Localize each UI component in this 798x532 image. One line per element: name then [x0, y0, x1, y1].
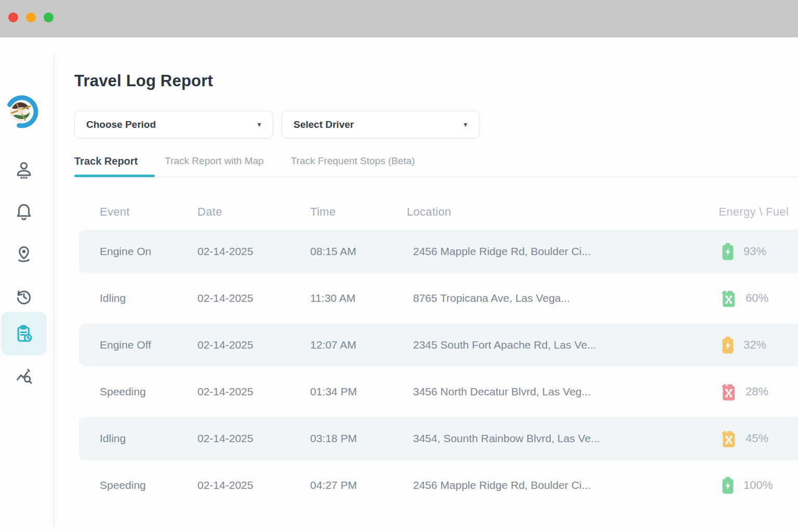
sidebar-item-travel-log[interactable]	[1, 312, 47, 355]
table-row[interactable]: Idling02-14-202503:18 PM3454, Sounth Rai…	[79, 417, 798, 460]
cell-energy-fuel: 93%	[721, 230, 766, 273]
cell-date: 02-14-2025	[197, 277, 253, 320]
cell-time: 04:27 PM	[310, 464, 357, 507]
cell-event: Engine Off	[100, 324, 151, 366]
column-header-location: Location	[407, 203, 451, 221]
cell-time: 11:30 AM	[310, 277, 355, 320]
app-logo	[3, 92, 42, 132]
column-header-energy-fuel: Energy \ Fuel	[719, 203, 789, 221]
table-row[interactable]: Speeding02-14-202501:34 PM3456 North Dec…	[79, 370, 798, 413]
energy-level-value: 32%	[743, 338, 766, 352]
energy-level-value: 100%	[743, 478, 773, 492]
table-row[interactable]: Idling02-14-202511:30 AM8765 Tropicana A…	[79, 277, 798, 320]
table-row[interactable]: Engine On02-14-202508:15 AM2456 Mapple R…	[79, 230, 798, 273]
cell-event: Speeding	[100, 464, 146, 507]
column-header-event: Event	[100, 203, 130, 221]
table-row[interactable]: Engine Off02-14-202512:07 AM2345 South F…	[79, 324, 798, 366]
tab-track-report-with-map[interactable]: Track Report with Map	[165, 153, 263, 177]
battery-icon	[721, 477, 735, 494]
report-tabs: Track Report Track Report with Map Track…	[74, 153, 415, 177]
energy-level-value: 60%	[746, 291, 768, 305]
active-tab-underline	[74, 175, 155, 177]
cell-location: 3454, Sounth Rainbow Blvrd, Las Ve...	[413, 417, 600, 460]
cell-time: 03:18 PM	[310, 417, 357, 460]
battery-icon	[721, 243, 735, 260]
cell-event: Idling	[100, 417, 126, 460]
history-icon	[14, 287, 34, 307]
chevron-down-icon: ▼	[256, 121, 262, 128]
sidebar-item-history[interactable]	[0, 280, 48, 314]
cell-event: Speeding	[100, 370, 146, 413]
chevron-down-icon: ▼	[462, 121, 469, 128]
battery-icon	[721, 337, 735, 354]
bell-icon	[14, 202, 34, 221]
select-driver-label: Select Driver	[294, 119, 354, 130]
cell-event: Engine On	[100, 230, 151, 273]
select-driver-dropdown[interactable]: Select Driver ▼	[282, 111, 480, 138]
column-header-time: Time	[310, 203, 336, 221]
sidebar-item-notifications[interactable]	[0, 194, 48, 229]
travel-log-clipboard-icon	[14, 323, 34, 344]
column-header-date: Date	[197, 203, 222, 221]
sidebar-item-analytics[interactable]	[0, 358, 48, 393]
sidebar-divider	[54, 55, 55, 527]
analytics-search-icon	[14, 366, 34, 385]
energy-level-value: 93%	[743, 245, 766, 258]
minimize-window-button[interactable]	[26, 12, 36, 22]
cell-location: 2456 Mapple Ridge Rd, Boulder Ci...	[413, 230, 591, 273]
globe-logo-icon	[3, 92, 42, 132]
cell-energy-fuel: 32%	[721, 324, 766, 366]
cell-date: 02-14-2025	[197, 464, 253, 507]
fuel-can-icon	[721, 290, 737, 307]
cell-energy-fuel: 45%	[721, 417, 768, 460]
sidebar	[0, 37, 54, 532]
fuel-can-icon	[721, 430, 737, 447]
energy-level-value: 45%	[746, 432, 768, 445]
location-pin-icon	[14, 244, 34, 264]
cell-location: 8765 Tropicana Ave, Las Vega...	[413, 277, 570, 320]
tab-track-report[interactable]: Track Report	[74, 153, 138, 177]
cell-location: 2345 South Fort Apache Rd, Las Ve...	[413, 324, 596, 366]
cell-energy-fuel: 60%	[721, 277, 768, 320]
cell-event: Idling	[100, 277, 126, 320]
tab-track-frequent-stops[interactable]: Track Frequent Stops (Beta)	[291, 153, 415, 177]
energy-level-value: 28%	[746, 385, 768, 398]
table-row[interactable]: Speeding02-14-202504:27 PM2456 Mapple Ri…	[79, 464, 798, 507]
cell-time: 08:15 AM	[310, 230, 356, 273]
cell-date: 02-14-2025	[197, 370, 253, 413]
cell-date: 02-14-2025	[197, 417, 253, 460]
cell-energy-fuel: 100%	[721, 464, 773, 507]
tabs-baseline	[74, 176, 798, 177]
page-title: Travel Log Report	[74, 72, 213, 90]
cell-date: 02-14-2025	[197, 324, 253, 366]
cell-time: 01:34 PM	[310, 370, 357, 413]
choose-period-dropdown[interactable]: Choose Period ▼	[74, 111, 273, 138]
cell-location: 3456 North Decatur Blvrd, Las Veg...	[413, 370, 591, 413]
cell-date: 02-14-2025	[197, 230, 253, 273]
cell-location: 2456 Mapple Ridge Rd, Boulder Ci...	[413, 464, 591, 507]
user-icon	[14, 160, 34, 180]
zoom-window-button[interactable]	[44, 12, 54, 22]
fuel-can-icon	[721, 383, 737, 401]
sidebar-item-users[interactable]	[0, 153, 48, 187]
sidebar-item-tracking[interactable]	[0, 237, 48, 271]
cell-energy-fuel: 28%	[721, 370, 768, 413]
window-titlebar	[0, 0, 798, 37]
choose-period-label: Choose Period	[86, 119, 156, 130]
close-window-button[interactable]	[8, 12, 18, 22]
cell-time: 12:07 AM	[310, 324, 356, 366]
